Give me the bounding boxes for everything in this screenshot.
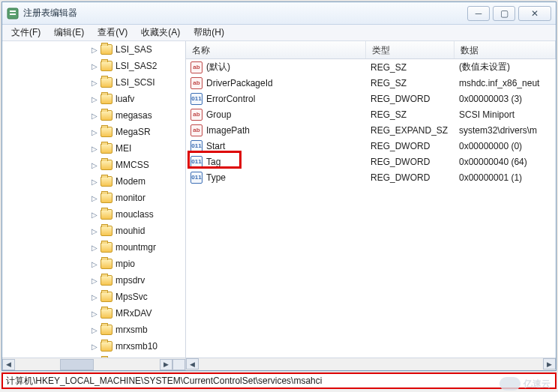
menu-favorites[interactable]: 收藏夹(A)	[135, 25, 186, 40]
tree-item-mmcss[interactable]: ▷MMCSS	[2, 157, 185, 173]
tree-item-luafv[interactable]: ▷luafv	[2, 91, 185, 107]
expander-icon[interactable]: ▷	[89, 210, 99, 220]
folder-icon	[100, 275, 112, 286]
menubar: 文件(F) 编辑(E) 查看(V) 收藏夹(A) 帮助(H)	[2, 25, 556, 41]
value-row[interactable]: abGroupREG_SZSCSI Miniport	[186, 106, 556, 122]
folder-icon	[100, 143, 112, 154]
tree-item-mouhid[interactable]: ▷mouhid	[2, 223, 185, 239]
expander-icon[interactable]: ▷	[89, 325, 99, 335]
scroll-thumb[interactable]	[60, 359, 94, 370]
folder-icon	[100, 193, 112, 203]
watermark-text: 亿速云	[524, 378, 550, 391]
value-name: ImagePath	[206, 125, 250, 136]
value-type: REG_EXPAND_SZ	[366, 125, 454, 136]
value-data: mshdc.inf_x86_neut	[454, 78, 556, 88]
expander-icon[interactable]: ▷	[89, 160, 99, 170]
tree-label: luafv	[116, 94, 134, 104]
svg-rect-1	[10, 10, 16, 12]
maximize-button[interactable]: ▢	[493, 6, 515, 21]
tree-item-mrxsmb[interactable]: ▷mrxsmb	[2, 322, 185, 338]
value-row[interactable]: ab(默认)REG_SZ(数值未设置)	[186, 59, 556, 75]
folder-icon	[100, 242, 112, 253]
column-type[interactable]: 类型	[366, 41, 454, 58]
folder-icon	[100, 259, 112, 269]
tree-item-mpssvc[interactable]: ▷MpsSvc	[2, 289, 185, 305]
scroll-right-icon[interactable]: ▶	[160, 359, 172, 370]
column-data[interactable]: 数据	[454, 41, 556, 58]
list-view[interactable]: ab(默认)REG_SZ(数值未设置)abDriverPackageIdREG_…	[186, 59, 556, 358]
tree-item-mrxdav[interactable]: ▷MRxDAV	[2, 305, 185, 322]
expander-icon[interactable]: ▷	[89, 243, 99, 253]
value-name: (默认)	[206, 61, 230, 73]
expander-icon[interactable]: ▷	[89, 45, 99, 55]
value-row[interactable]: abDriverPackageIdREG_SZmshdc.inf_x86_neu…	[186, 75, 556, 91]
tree-item-lsi_sas2[interactable]: ▷LSI_SAS2	[2, 58, 185, 74]
tree-item-modem[interactable]: ▷Modem	[2, 173, 185, 190]
folder-icon	[100, 341, 112, 352]
expander-icon[interactable]: ▷	[89, 276, 99, 286]
binary-value-icon: 011	[190, 93, 202, 105]
expander-icon[interactable]: ▷	[89, 61, 99, 71]
tree-horizontal-scrollbar[interactable]: ◀ ▶	[2, 358, 185, 370]
expander-icon[interactable]: ▷	[89, 309, 99, 319]
menu-help[interactable]: 帮助(H)	[188, 25, 230, 40]
titlebar[interactable]: 注册表编辑器 ─ ▢ ✕	[2, 2, 556, 25]
menu-edit[interactable]: 编辑(E)	[48, 25, 90, 40]
value-name: Tag	[206, 157, 220, 167]
svg-rect-2	[10, 13, 16, 15]
expander-icon[interactable]: ▷	[89, 226, 99, 236]
expander-icon[interactable]: ▷	[89, 177, 99, 187]
tree-item-mpsdrv[interactable]: ▷mpsdrv	[2, 272, 185, 289]
tree-item-mrxsmb10[interactable]: ▷mrxsmb10	[2, 338, 185, 355]
tree-label: mouclass	[116, 209, 154, 220]
expander-icon[interactable]: ▷	[89, 127, 99, 137]
tree-item-lsi_sas[interactable]: ▷LSI_SAS	[2, 41, 185, 58]
tree-label: MegaSR	[116, 127, 151, 137]
expander-icon[interactable]: ▷	[89, 259, 99, 269]
scroll-left-icon[interactable]: ◀	[186, 358, 199, 370]
folder-icon	[100, 209, 112, 220]
list-header[interactable]: 名称 类型 数据	[186, 41, 556, 59]
expander-icon[interactable]: ▷	[89, 111, 99, 121]
value-row[interactable]: abImagePathREG_EXPAND_SZsystem32\drivers…	[186, 122, 556, 138]
column-name[interactable]: 名称	[186, 41, 366, 58]
list-horizontal-scrollbar[interactable]: ◀ ▶	[186, 358, 556, 370]
value-row[interactable]: 011TagREG_DWORD0x00000040 (64)	[186, 154, 556, 169]
close-button[interactable]: ✕	[518, 6, 551, 21]
value-type: REG_DWORD	[366, 141, 454, 151]
tree-label: mpio	[116, 259, 135, 269]
scroll-right-icon[interactable]: ▶	[543, 358, 556, 370]
tree-label: Modem	[116, 176, 146, 187]
menu-file[interactable]: 文件(F)	[5, 25, 46, 40]
scroll-left-icon[interactable]: ◀	[2, 359, 15, 370]
tree-view[interactable]: ▷LSI_SAS▷LSI_SAS2▷LSI_SCSI▷luafv▷megasas…	[2, 41, 185, 358]
folder-icon	[100, 61, 112, 71]
tree-label: MRxDAV	[116, 308, 152, 319]
tree-item-mei[interactable]: ▷MEI	[2, 140, 185, 157]
tree-item-mountmgr[interactable]: ▷mountmgr	[2, 239, 185, 256]
tree-label: LSI_SCSI	[116, 77, 155, 88]
tree-item-mpio[interactable]: ▷mpio	[2, 256, 185, 272]
value-data: system32\drivers\m	[454, 125, 556, 136]
binary-value-icon: 011	[190, 172, 202, 184]
tree-item-mouclass[interactable]: ▷mouclass	[2, 206, 185, 223]
tree-item-lsi_scsi[interactable]: ▷LSI_SCSI	[2, 74, 185, 91]
tree-item-megasr[interactable]: ▷MegaSR	[2, 124, 185, 140]
expander-icon[interactable]: ▷	[89, 144, 99, 154]
value-data: 0x00000001 (1)	[454, 172, 556, 183]
tree-item-megasas[interactable]: ▷megasas	[2, 107, 185, 124]
value-name: Group	[206, 109, 231, 120]
expander-icon[interactable]: ▷	[89, 342, 99, 352]
value-row[interactable]: 011ErrorControlREG_DWORD0x00000003 (3)	[186, 91, 556, 106]
expander-icon[interactable]: ▷	[89, 78, 99, 88]
tree-item-monitor[interactable]: ▷monitor	[2, 190, 185, 206]
expander-icon[interactable]: ▷	[89, 292, 99, 302]
value-row[interactable]: 011StartREG_DWORD0x00000000 (0)	[186, 138, 556, 154]
value-row[interactable]: 011TypeREG_DWORD0x00000001 (1)	[186, 169, 556, 185]
expander-icon[interactable]: ▷	[89, 193, 99, 203]
menu-view[interactable]: 查看(V)	[92, 25, 134, 40]
folder-icon	[100, 127, 112, 137]
minimize-button[interactable]: ─	[467, 6, 490, 21]
expander-icon[interactable]: ▷	[89, 94, 99, 104]
tree-label: MEI	[116, 143, 131, 154]
